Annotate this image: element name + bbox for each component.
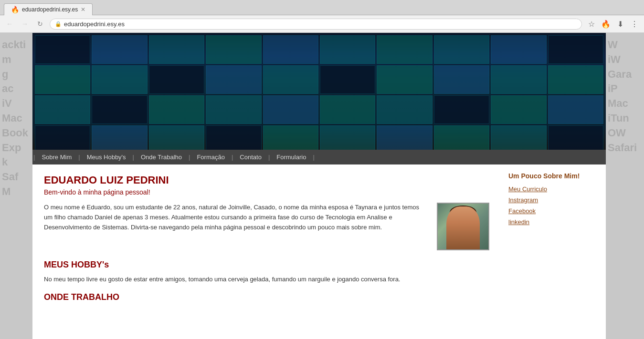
nav-separator: | [77,154,81,161]
nav-item-meus-hobbys[interactable]: Meus Hobby's [81,150,132,164]
url-text: eduardopedrini.esy.es [64,21,125,28]
grid-cell [206,95,261,124]
grid-cell [548,125,603,150]
sidebar-link-instagram[interactable]: Instragram [508,196,598,204]
grid-cell [206,65,261,94]
nav-separator: | [188,154,191,161]
grid-cell [320,95,375,124]
grid-cell [263,95,318,124]
tab-title: eduardopedrini.esy.es [22,6,78,13]
nav-item-formulario[interactable]: Formulario [271,150,312,164]
grid-cell [35,125,90,150]
hobbies-text: No meu tempo livre eu gosto de estar ent… [44,275,489,285]
reload-button[interactable]: ↻ [34,18,46,30]
grid-cell [491,35,546,64]
grid-cell [92,65,147,94]
grid-cell [491,125,546,150]
grid-cell [263,125,318,150]
grid-cell [377,125,432,150]
forward-button[interactable]: → [19,18,31,30]
grid-cell [263,65,318,94]
right-panel: Um Pouco Sobre Mim! Meu Curriculo Instra… [501,164,606,317]
nav-item-onde-trabalho[interactable]: Onde Trabalho [135,150,188,164]
grid-cell [434,125,489,150]
page-wrapper: acktimgaciVMacBookExpkSafM [0,33,644,339]
browser-tab[interactable]: 🔥 eduardopedrini.esy.es ✕ [4,3,93,15]
nav-item-contato[interactable]: Contato [234,150,267,164]
tab-favicon: 🔥 [11,6,19,13]
grid-cell [149,125,204,150]
browser-toolbar: ← → ↻ 🔒 eduardopedrini.esy.es ☆ 🔥 ⬇ ⋮ [0,15,644,32]
grid-cell [320,35,375,64]
grid-cell [206,35,261,64]
grid-cell [149,65,204,94]
nav-separator: | [32,154,36,161]
sidebar-bg-left: acktimgaciVMacBookExpkSafM [0,33,32,339]
grid-cell [548,65,603,94]
bio-photo [437,203,489,250]
address-bar[interactable]: 🔒 eduardopedrini.esy.es [50,19,582,30]
grid-cell [92,35,147,64]
sidebar-title: Um Pouco Sobre Mim! [508,172,598,180]
main-section: EDUARDO LUIZ PEDRINI Bem-vindo à minha p… [32,164,501,317]
grid-cell [548,95,603,124]
photo-face [446,206,480,249]
nav-separator: | [231,154,234,161]
menu-icon[interactable]: ⋮ [629,18,640,30]
sidebar-link-linkedin[interactable]: linkedin [508,218,598,226]
main-content: | Sobre Mim | Meus Hobby's | Onde Trabal… [32,33,606,339]
grid-cell [377,35,432,64]
sidebar-link-facebook[interactable]: Facebook [508,207,598,215]
download-icon[interactable]: ⬇ [614,18,626,30]
grid-cell [434,35,489,64]
hero-grid [32,33,606,150]
nav-separator: | [267,154,271,161]
work-title: ONDE TRABALHO [44,292,489,302]
toolbar-right: ☆ 🔥 ⬇ ⋮ [586,18,640,30]
grid-cell [206,125,261,150]
grid-cell [263,35,318,64]
grid-cell [491,95,546,124]
grid-cell [548,35,603,64]
back-button[interactable]: ← [4,18,15,30]
bio-container: O meu nome é Eduardo, sou um estudante d… [44,203,489,250]
tab-close-icon[interactable]: ✕ [81,6,85,13]
grid-cell [35,35,90,64]
grid-cell [149,95,204,124]
grid-cell [434,65,489,94]
sidebar-link-curriculo[interactable]: Meu Curriculo [508,185,598,193]
browser-chrome: 🔥 eduardopedrini.esy.es ✕ ← → ↻ 🔒 eduard… [0,0,644,33]
grid-cell [35,65,90,94]
grid-cell [149,35,204,64]
nav-item-sobre-mim[interactable]: Sobre Mim [36,150,77,164]
grid-cell [35,95,90,124]
page-subtitle: Bem-vindo à minha página pessoal! [44,188,489,196]
grid-cell [491,65,546,94]
grid-cell [92,125,147,150]
sidebar-bg-text-right: WiWGaraiPMaciTunOWSafari [606,33,644,160]
hero-image [32,33,606,150]
lock-icon: 🔒 [55,21,62,27]
grid-cell [320,65,375,94]
sidebar-bg-right: WiWGaraiPMaciTunOWSafari [606,33,644,339]
grid-cell [320,125,375,150]
page-title: EDUARDO LUIZ PEDRINI [44,174,489,186]
nav-item-formacao[interactable]: Formação [191,150,231,164]
emoji-icon[interactable]: 🔥 [600,18,612,30]
nav-bar: | Sobre Mim | Meus Hobby's | Onde Trabal… [32,150,606,164]
nav-separator: | [132,154,135,161]
sidebar-bg-text-left: acktimgaciVMacBookExpkSafM [0,33,32,204]
grid-cell [92,95,147,124]
bio-text: O meu nome é Eduardo, sou um estudante d… [44,203,429,250]
grid-cell [434,95,489,124]
content-area: EDUARDO LUIZ PEDRINI Bem-vindo à minha p… [32,164,606,317]
hobbies-title: MEUS HOBBY's [44,260,489,270]
nav-separator: | [312,154,315,161]
star-icon[interactable]: ☆ [586,18,597,30]
tab-bar: 🔥 eduardopedrini.esy.es ✕ [0,0,644,15]
grid-cell [377,65,432,94]
grid-cell [377,95,432,124]
